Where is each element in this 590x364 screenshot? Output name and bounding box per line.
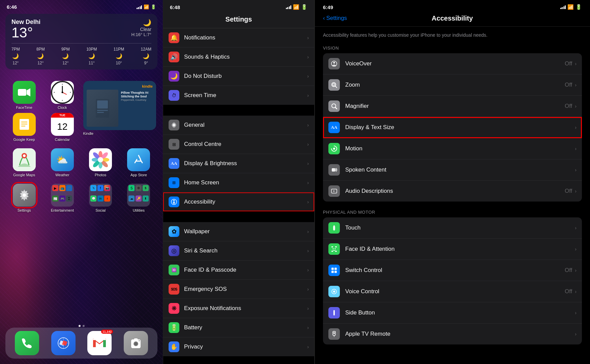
appstore-icon [127,148,150,171]
settings-item-sounds[interactable]: 🔊 Sounds & Haptics › [163,48,314,67]
settings-item-sos[interactable]: SOS Emergency SOS › [163,280,314,299]
faceid-attention-chevron: › [575,246,577,252]
back-button[interactable]: ‹ Settings [323,15,347,22]
phone1-homescreen: 6:46 📶 🔋 New Delhi 13° 🌙 [0,0,163,364]
status-time-phone1: 6:46 [7,4,17,10]
acc-item-appletv[interactable]: Apple TV Remote › [323,324,582,344]
weather-temp-5: 10° [116,61,122,65]
app-photos[interactable]: Photos [83,148,118,177]
weather-temp-1: 12° [12,61,19,65]
utilities-label: Utilities [133,208,145,212]
vision-section-header: VISION [323,46,582,51]
acc-item-voicecontrol[interactable]: Voice Control Off › [323,281,582,302]
voicecontrol-chevron: › [575,289,577,294]
motion-chevron: › [575,146,577,151]
social-folder-icon: 𝕏 f 📷 💬 in r [89,184,112,207]
calendar-label: Calendar [55,138,70,142]
dock-safari[interactable] [51,331,76,355]
dock-phone[interactable] [15,331,39,355]
settings-item-screentime[interactable]: ⏱ Screen Time › [163,86,314,105]
weather-widget[interactable]: New Delhi 13° 🌙 Clear H:16° L:7° 7PM 🌙 1… [5,14,157,69]
acc-item-audiodesc[interactable]: Audio Descriptions Off › [323,181,582,202]
app-appstore[interactable]: App Store [121,148,156,177]
settings-item-siri[interactable]: ◎ Siri & Search › [163,241,314,261]
weather-moon-icon: 🌙 [131,19,151,27]
app-googlemaps[interactable]: Google Maps [7,148,41,177]
weather-hour-4: 10PM 🌙 11° [86,47,97,65]
acc-item-faceid-attention[interactable]: Face ID & Attention › [323,239,582,260]
zoom-value: Off [565,82,572,88]
siri-label: Siri & Search [184,247,304,254]
magnifier-chevron: › [575,103,577,109]
app-entertainment[interactable]: ▶ 📺 🎵 📰 🎮 Σ Entertainment [45,184,80,212]
voicecontrol-value: Off [565,288,572,295]
acc-item-magnifier[interactable]: Magnifier Off › [323,96,582,117]
appstore-label: App Store [130,173,147,177]
svg-rect-12 [97,100,108,109]
settings-item-controlcentre[interactable]: ⊞ Control Centre › [163,135,314,154]
motion-label: Motion [345,145,575,152]
status-time-phone2: 6:48 [170,4,180,10]
display-text-icon: AA [328,122,340,133]
weather-hour-1: 7PM 🌙 12° [11,47,20,65]
acc-item-spoken[interactable]: Spoken Content › [323,159,582,181]
app-facetime[interactable]: FaceTime [7,81,41,110]
settings-group-1: 🔔 Notifications › 🔊 Sounds & Haptics › 🌙… [163,28,314,105]
accessibility-description: Accessibility features help you customis… [323,32,582,39]
settings-item-display[interactable]: AA Display & Brightness › [163,154,314,173]
switchcontrol-label: Switch Control [345,267,565,274]
settings-item-homescreen[interactable]: ⊞ Home Screen › [163,173,314,192]
settings-item-general[interactable]: General › [163,116,314,135]
entertainment-label: Entertainment [51,208,74,212]
svg-marker-58 [333,190,335,192]
svg-point-47 [173,200,175,201]
app-utilities[interactable]: S ⚙ $ ☁ 🔑 ⬇ Utilities [121,184,156,212]
acc-item-voiceover[interactable]: VoiceOver Off › [323,53,582,74]
wifi-icon-p3: 📶 [567,4,574,10]
settings-item-exposure[interactable]: ❋ Exposure Notifications › [163,299,314,318]
svg-point-6 [61,92,63,93]
kindle-widget: kindle Pillow Thoughts IV: [83,81,156,130]
acc-item-sidebutton[interactable]: Side Button › [323,302,582,324]
acc-item-switchcontrol[interactable]: Switch Control Off › [323,260,582,281]
dock: 11,142 [5,328,157,359]
app-weather[interactable]: ⛅ Weather [45,148,80,177]
weather-hour-time-4: 10PM [86,47,97,52]
sidebutton-icon [328,307,340,318]
switchcontrol-icon [328,265,340,276]
settings-item-accessibility[interactable]: Accessibility › [163,192,314,211]
dock-camera[interactable] [124,331,148,355]
acc-item-touch[interactable]: Touch › [323,217,582,239]
acc-item-zoom[interactable]: Zoom Off › [323,74,582,96]
voiceover-value: Off [565,60,572,67]
weather-hour-time-1: 7PM [11,47,20,52]
settings-item-dnd[interactable]: 🌙 Do Not Disturb › [163,67,314,86]
accessibility-page-title: Accessibility [432,14,473,22]
app-settings[interactable]: Settings [7,184,41,212]
settings-item-wallpaper[interactable]: ✿ Wallpaper › [163,222,314,241]
settings-item-battery[interactable]: 🔋 Battery › [163,318,314,337]
app-social[interactable]: 𝕏 f 📷 💬 in r Social [83,184,118,212]
svg-rect-66 [334,268,337,270]
magnifier-label: Magnifier [345,103,565,110]
page-dot-1 [79,325,81,327]
settings-item-privacy[interactable]: ✋ Privacy › [163,337,314,356]
app-calendar[interactable]: TUE 12 Calendar [45,113,80,142]
acc-item-display-text[interactable]: AA Display & Text Size › [323,117,582,138]
app-clock[interactable]: Clock [45,81,80,110]
phone2-settings: 6:48 📶 🔋 Settings 🔔 Not [163,0,315,364]
sounds-label: Sounds & Haptics [184,54,304,60]
svg-line-52 [335,86,337,88]
svg-line-54 [335,108,337,109]
dock-gmail[interactable]: 11,142 [87,331,112,355]
kindle-widget-area[interactable]: kindle Pillow Thoughts IV: [83,81,156,142]
audiodesc-icon [328,185,340,197]
settings-item-notifications[interactable]: 🔔 Notifications › [163,28,314,48]
acc-item-motion[interactable]: Motion › [323,138,582,159]
voiceover-icon [328,58,340,69]
notifications-label: Notifications [184,34,304,41]
settings-list: 🔔 Notifications › 🔊 Sounds & Haptics › 🌙… [163,28,314,362]
settings-item-faceid[interactable]: 🆔 Face ID & Passcode › [163,261,314,280]
spoken-chevron: › [575,167,577,173]
app-googlekeep[interactable]: Google Keep [7,113,41,142]
